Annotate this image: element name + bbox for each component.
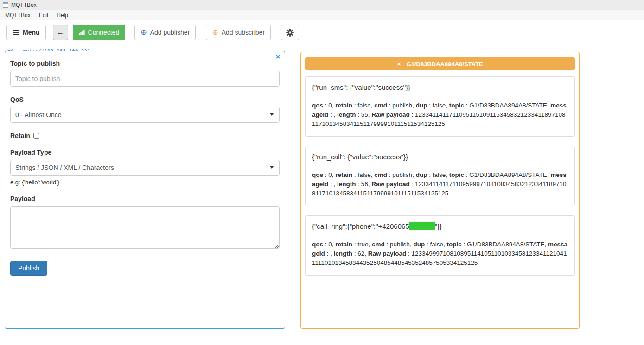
menu-help[interactable]: Help bbox=[52, 11, 72, 19]
signal-bars-icon bbox=[79, 30, 85, 35]
retain-row: Retain bbox=[10, 132, 280, 139]
subscriber-panel: × G1/D83BDAA894A8/STATE {"run_sms": {"va… bbox=[300, 52, 580, 329]
payload-example-hint: e.g: {'hello':'world'} bbox=[10, 179, 280, 186]
message-details: qos : 0, retain : false, cmd : publish, … bbox=[312, 101, 568, 129]
toolbar: Menu ← Connected ⊕ Add publisher ⊕ Add s… bbox=[0, 20, 644, 44]
add-publisher-button[interactable]: ⊕ Add publisher bbox=[134, 25, 196, 40]
settings-button[interactable] bbox=[281, 25, 299, 40]
message-payload: {"run_call": {"value":"success"}} bbox=[312, 153, 568, 161]
publisher-panel: × Topic to publish QoS 0 - Almost Once R… bbox=[5, 51, 285, 329]
payload-textarea[interactable] bbox=[10, 206, 280, 249]
message-card: {"run_call": {"value":"success"}} qos : … bbox=[305, 146, 575, 206]
plus-circle-icon: ⊕ bbox=[140, 29, 147, 36]
plus-circle-icon: ⊕ bbox=[212, 29, 218, 36]
menu-button-label: Menu bbox=[23, 29, 40, 36]
close-publisher-icon[interactable]: × bbox=[276, 53, 280, 61]
qos-select-wrap: 0 - Almost Once bbox=[10, 103, 280, 123]
back-button[interactable]: ← bbox=[53, 25, 68, 40]
window-title: MQTTBox bbox=[11, 2, 37, 8]
retain-checkbox[interactable] bbox=[33, 133, 39, 139]
payload-label: Payload bbox=[10, 195, 280, 202]
hamburger-icon bbox=[13, 32, 19, 33]
subscriber-topic-header: × G1/D83BDAA894A8/STATE bbox=[305, 57, 575, 70]
publish-button[interactable]: Publish bbox=[10, 261, 47, 276]
menu-mqttbox[interactable]: MQTTBox bbox=[1, 11, 35, 19]
payload-type-label: Payload Type bbox=[10, 149, 280, 156]
connected-button[interactable]: Connected bbox=[73, 25, 126, 40]
back-arrow-icon: ← bbox=[57, 28, 64, 37]
subscriber-topic-label: G1/D83BDAA894A8/STATE bbox=[407, 61, 483, 68]
retain-label: Retain bbox=[10, 132, 30, 139]
topic-to-publish-input[interactable] bbox=[10, 71, 280, 87]
qos-select[interactable]: 0 - Almost Once bbox=[10, 107, 280, 123]
message-details: qos : 0, retain : true, cmd : publish, d… bbox=[312, 240, 568, 268]
topic-to-publish-label: Topic to publish bbox=[10, 60, 280, 67]
add-publisher-label: Add publisher bbox=[150, 29, 190, 36]
menu-button[interactable]: Menu bbox=[6, 25, 46, 40]
menubar: MQTTBox Edit Help bbox=[0, 10, 644, 20]
add-subscriber-label: Add subscriber bbox=[222, 29, 265, 36]
message-payload: {"run_sms": {"value":"success"}} bbox=[312, 83, 568, 91]
payload-type-select[interactable]: Strings / JSON / XML / Characters bbox=[10, 160, 280, 176]
menu-edit[interactable]: Edit bbox=[35, 11, 53, 19]
message-details: qos : 0, retain : false, cmd : publish, … bbox=[312, 170, 568, 198]
add-subscriber-button[interactable]: ⊕ Add subscriber bbox=[206, 25, 271, 40]
gear-icon bbox=[286, 29, 294, 37]
message-payload: {"call_ring":{"phone":"+4206065"}} bbox=[312, 222, 568, 230]
window-titlebar: MQTTBox bbox=[0, 0, 644, 10]
payload-type-select-wrap: Strings / JSON / XML / Characters bbox=[10, 156, 280, 176]
message-card: {"call_ring":{"phone":"+4206065"}} qos :… bbox=[305, 215, 575, 276]
app-icon bbox=[3, 2, 8, 8]
connected-label: Connected bbox=[88, 29, 120, 36]
qos-label: QoS bbox=[10, 96, 280, 103]
unsubscribe-close-icon[interactable]: × bbox=[397, 61, 401, 67]
message-card: {"run_sms": {"value":"success"}} qos : 0… bbox=[305, 76, 575, 137]
